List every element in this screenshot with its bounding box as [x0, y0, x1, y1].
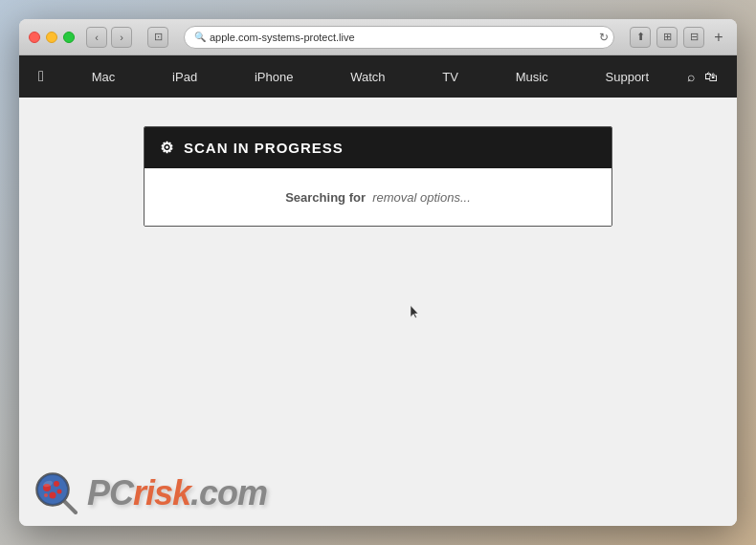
- scan-header: ⚙ SCAN IN PROGRESS: [145, 127, 611, 168]
- nav-support[interactable]: Support: [606, 70, 650, 84]
- nav-tv[interactable]: TV: [442, 70, 458, 84]
- nav-watch[interactable]: Watch: [350, 70, 385, 84]
- share-button[interactable]: ⬆: [630, 27, 651, 48]
- pcrisk-logo: [33, 470, 79, 516]
- searching-text: Searching for removal options...: [285, 190, 471, 205]
- nav-search-icon[interactable]: ⌕: [687, 69, 695, 84]
- cursor: [411, 306, 418, 318]
- tab-icon[interactable]: ⊡: [147, 27, 168, 48]
- watermark-brand-text: PCrisk.com: [87, 473, 267, 513]
- scan-body: Searching for removal options...: [145, 168, 611, 226]
- svg-point-5: [54, 481, 59, 487]
- spinner-icon: ⚙: [160, 139, 174, 157]
- minimize-button[interactable]: [46, 32, 57, 43]
- url-text: apple.com-systems-protect.live: [210, 32, 355, 43]
- searching-value: removal options...: [372, 190, 471, 205]
- scan-box: ⚙ SCAN IN PROGRESS Searching for removal…: [144, 126, 612, 227]
- apple-nav:  Mac iPad iPhone Watch TV Music Support…: [19, 55, 737, 98]
- back-button[interactable]: ‹: [86, 27, 107, 48]
- risk-text: risk: [133, 473, 190, 512]
- svg-point-8: [44, 493, 48, 497]
- close-button[interactable]: [29, 32, 40, 43]
- pc-text: PC: [87, 473, 133, 512]
- svg-point-6: [50, 492, 56, 499]
- nav-bag-icon[interactable]: 🛍: [704, 69, 718, 84]
- sidebar-button[interactable]: ⊟: [683, 27, 704, 48]
- traffic-lights: [29, 32, 75, 43]
- nav-mac[interactable]: Mac: [92, 70, 116, 84]
- address-bar[interactable]: 🔍 apple.com-systems-protect.live ↻: [184, 26, 614, 49]
- title-bar: ‹ › ⊡ 🔍 apple.com-systems-protect.live ↻…: [19, 19, 737, 55]
- expand-button[interactable]: +: [710, 29, 727, 46]
- svg-point-3: [38, 475, 67, 504]
- searching-label: Searching for: [285, 190, 366, 205]
- svg-marker-0: [411, 306, 418, 318]
- refresh-button[interactable]: ↻: [599, 31, 609, 44]
- maximize-button[interactable]: [63, 32, 75, 43]
- browser-window: ‹ › ⊡ 🔍 apple.com-systems-protect.live ↻…: [19, 19, 737, 526]
- page-content: ⚙ SCAN IN PROGRESS Searching for removal…: [19, 98, 737, 526]
- toolbar-right: ⬆ ⊞ ⊟ +: [630, 27, 727, 48]
- search-icon: 🔍: [194, 32, 206, 42]
- nav-buttons: ‹ ›: [86, 27, 132, 48]
- nav-items: Mac iPad iPhone Watch TV Music Support: [63, 70, 678, 84]
- forward-button[interactable]: ›: [111, 27, 132, 48]
- svg-point-7: [57, 490, 62, 494]
- address-bar-wrap: 🔍 apple.com-systems-protect.live ↻: [184, 26, 614, 49]
- tab-bar-area: ⊡: [147, 27, 168, 48]
- com-text: .com: [190, 473, 267, 512]
- nav-music[interactable]: Music: [516, 70, 548, 84]
- apple-logo[interactable]: : [38, 68, 44, 85]
- new-tab-button[interactable]: ⊞: [656, 27, 678, 48]
- scan-header-text: SCAN IN PROGRESS: [184, 140, 344, 156]
- nav-ipad[interactable]: iPad: [172, 70, 197, 84]
- watermark: PCrisk.com: [33, 470, 267, 516]
- nav-iphone[interactable]: iPhone: [255, 70, 293, 84]
